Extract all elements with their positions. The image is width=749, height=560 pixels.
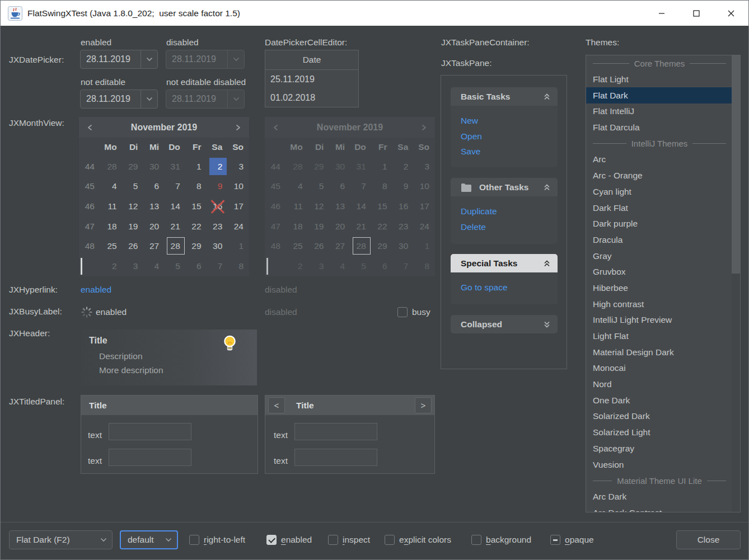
day-cell[interactable]: 12 — [123, 196, 144, 217]
theme-list-item[interactable]: Monocai — [586, 360, 732, 377]
theme-list-item[interactable]: Dark Flat — [586, 200, 732, 216]
checkbox-box[interactable] — [266, 535, 277, 545]
day-cell[interactable]: 14 — [165, 196, 186, 217]
theme-list-item[interactable]: Light Flat — [586, 328, 732, 345]
checkbox-box[interactable] — [385, 535, 395, 545]
day-cell[interactable]: 29 — [186, 236, 207, 256]
themes-scrollbar[interactable] — [732, 55, 740, 512]
day-cell[interactable]: 2 — [101, 256, 123, 276]
day-cell[interactable]: 25 — [101, 236, 123, 256]
task-link-save[interactable]: Save — [461, 144, 558, 159]
table-row[interactable]: 25.11.2019 — [265, 70, 358, 88]
checkbox-inspect[interactable]: inspect — [328, 534, 370, 545]
day-cell[interactable]: 13 — [143, 196, 165, 217]
taskpane-header[interactable]: Basic Tasks — [451, 87, 558, 106]
day-cell[interactable]: 6 — [143, 177, 165, 197]
day-cell[interactable]: 8 — [186, 177, 207, 197]
day-cell[interactable]: 5 — [123, 177, 144, 197]
checkbox-enabled[interactable]: enabled — [266, 534, 312, 545]
look-and-feel-combobox[interactable]: Flat Dark (F2) — [9, 530, 113, 549]
theme-list-item[interactable]: Hiberbee — [586, 280, 732, 297]
day-cell[interactable]: 21 — [165, 217, 186, 237]
day-cell[interactable]: 31 — [165, 157, 186, 177]
checkbox-box[interactable] — [471, 535, 481, 545]
task-link-open[interactable]: Open — [461, 129, 558, 144]
day-cell[interactable]: 30 — [207, 236, 228, 256]
theme-list-item[interactable]: Dark purple — [586, 216, 732, 232]
taskpane-header[interactable]: Collapsed — [451, 315, 558, 333]
theme-list-item[interactable]: Arc Dark — [586, 489, 732, 505]
day-cell[interactable]: 27 — [143, 236, 165, 256]
theme-list-item[interactable]: Flat Dark — [586, 87, 732, 103]
day-cell[interactable]: 23 — [207, 217, 228, 237]
theme-list-item[interactable]: Cyan light — [586, 184, 732, 200]
date-column-header[interactable]: Date — [265, 50, 358, 70]
prev-button[interactable]: < — [268, 397, 285, 413]
checkbox-box[interactable] — [328, 535, 338, 545]
day-cell[interactable]: 1 — [228, 236, 249, 256]
day-cell[interactable]: 19 — [123, 217, 144, 237]
theme-list-item[interactable]: One Dark — [586, 392, 732, 408]
chevron-down-icon[interactable] — [141, 90, 157, 108]
checkbox-background[interactable]: background — [471, 534, 531, 545]
day-cell[interactable]: 15 — [186, 196, 207, 217]
day-cell[interactable]: 8 — [228, 256, 249, 276]
datepicker-enabled[interactable]: 28.11.2019 — [80, 50, 158, 69]
day-cell[interactable]: 1 — [186, 157, 207, 177]
theme-list-item[interactable]: Arc - Orange — [586, 168, 732, 184]
maximize-button[interactable] — [679, 1, 714, 26]
chevron-down-icon[interactable] — [141, 50, 157, 68]
theme-list-item[interactable]: Vuesion — [586, 457, 732, 473]
collapse-chevron-icon[interactable] — [543, 93, 551, 101]
day-cell[interactable]: 7 — [165, 177, 186, 197]
checkbox-box[interactable] — [397, 307, 408, 317]
text-input[interactable] — [109, 449, 191, 466]
theme-list-item[interactable]: Flat Light — [586, 72, 732, 88]
day-cell[interactable]: 3 — [228, 157, 249, 177]
task-link-duplicate[interactable]: Duplicate — [461, 204, 558, 219]
checkbox-right-to-left[interactable]: right-to-left — [189, 534, 245, 545]
theme-list-item[interactable]: Gray — [586, 248, 732, 264]
next-button[interactable]: > — [415, 397, 432, 413]
datepicker-not-editable[interactable]: 28.11.2019 — [80, 90, 158, 109]
day-cell[interactable]: 7 — [207, 256, 228, 276]
day-cell[interactable]: 28 — [101, 157, 123, 177]
theme-list-item[interactable]: High contrast — [586, 296, 732, 312]
close-window-button[interactable] — [714, 1, 748, 26]
task-link-delete[interactable]: Delete — [461, 219, 558, 235]
checkbox-explicit-colors[interactable]: explicit colors — [385, 534, 451, 545]
checkbox-box[interactable] — [550, 535, 560, 545]
close-button[interactable]: Close — [676, 530, 741, 549]
day-cell[interactable]: 4 — [143, 256, 165, 276]
scale-combobox[interactable]: default — [120, 530, 178, 549]
theme-list-item[interactable]: Gruvbox — [586, 264, 732, 280]
table-row[interactable]: 01.02.2018 — [265, 88, 358, 107]
busy-checkbox[interactable]: busy — [397, 307, 430, 318]
theme-list-item[interactable]: Arc Dark Contrast — [586, 505, 732, 512]
theme-list-item[interactable]: Solarized Dark — [586, 408, 732, 425]
text-input[interactable] — [109, 423, 191, 440]
hyperlink-enabled[interactable]: enabled — [81, 285, 111, 295]
text-input[interactable] — [294, 423, 377, 440]
scrollbar-thumb[interactable] — [732, 55, 740, 274]
expand-chevron-icon[interactable] — [543, 321, 551, 328]
monthview-enabled[interactable]: November 2019MoDiMiDoFrSaSo4428293031123… — [79, 117, 249, 276]
day-cell[interactable]: 9 — [207, 177, 228, 197]
day-cell[interactable]: 28 — [165, 236, 186, 256]
day-cell[interactable]: 11 — [101, 196, 123, 217]
theme-list-item[interactable]: IntelliJ Light Preview — [586, 312, 732, 328]
day-cell[interactable]: 22 — [186, 217, 207, 237]
theme-list-item[interactable]: Solarized Light — [586, 425, 732, 441]
day-cell[interactable]: 6 — [186, 256, 207, 276]
day-cell[interactable]: 18 — [101, 217, 123, 237]
taskpane-header[interactable]: Other Tasks — [451, 178, 558, 196]
day-cell[interactable]: 16 — [207, 196, 228, 217]
day-cell[interactable]: 17 — [228, 196, 249, 217]
task-link-go-to-space[interactable]: Go to space — [461, 280, 558, 295]
theme-list-item[interactable]: Nord — [586, 377, 732, 393]
prev-month-button[interactable] — [79, 123, 101, 132]
text-input[interactable] — [294, 449, 377, 466]
theme-list-item[interactable]: Dracula — [586, 232, 732, 248]
day-cell[interactable]: 29 — [123, 157, 144, 177]
taskpane-header[interactable]: Special Tasks — [451, 254, 558, 272]
